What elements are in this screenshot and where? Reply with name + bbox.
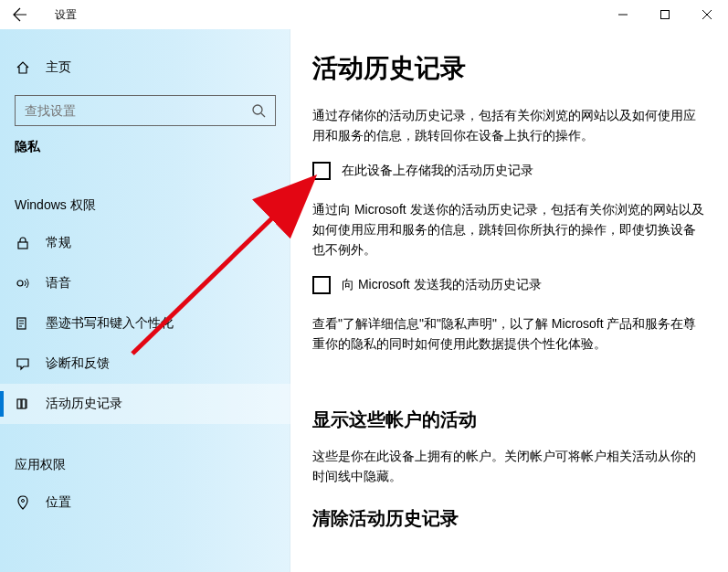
minimize-icon — [618, 10, 628, 19]
svg-point-5 — [17, 281, 23, 286]
search-box[interactable] — [15, 95, 276, 126]
sidebar-item-diagnostics[interactable]: 诊断和反馈 — [0, 344, 290, 384]
checkbox-label: 在此设备上存储我的活动历史记录 — [342, 163, 533, 179]
sidebar-item-inking[interactable]: 墨迹书写和键入个性化 — [0, 303, 290, 344]
close-button[interactable] — [686, 0, 728, 29]
search-container — [15, 95, 276, 126]
activity-icon — [15, 396, 31, 412]
sidebar-item-general[interactable]: 常规 — [0, 223, 290, 263]
subheading-accounts: 显示这些帐户的活动 — [312, 408, 708, 432]
minimize-button[interactable] — [602, 0, 644, 29]
home-icon — [15, 59, 31, 76]
sidebar: 主页 隐私 Windows 权限 常规 语音 墨迹书写 — [0, 29, 290, 572]
svg-rect-10 — [17, 399, 21, 408]
svg-line-3 — [261, 113, 265, 117]
app-title: 设置 — [55, 7, 77, 23]
subheading-clear: 清除活动历史记录 — [312, 506, 708, 531]
checkbox-icon[interactable] — [312, 276, 331, 294]
svg-rect-11 — [22, 399, 26, 408]
nav-label: 墨迹书写和键入个性化 — [46, 315, 174, 332]
section-windows-permissions: Windows 权限 — [0, 190, 290, 223]
checkbox-send-to-microsoft[interactable]: 向 Microsoft 发送我的活动历史记录 — [312, 276, 708, 294]
checkbox-store-on-device[interactable]: 在此设备上存储我的活动历史记录 — [312, 162, 708, 180]
search-icon — [251, 103, 266, 118]
accounts-text: 这些是你在此设备上拥有的帐户。关闭帐户可将帐户相关活动从你的时间线中隐藏。 — [312, 447, 708, 486]
lock-icon — [15, 235, 31, 251]
search-input[interactable] — [25, 103, 251, 118]
main-panel: 活动历史记录 通过存储你的活动历史记录，包括有关你浏览的网站以及如何使用应用和服… — [290, 29, 728, 572]
nav-label: 主页 — [46, 59, 71, 76]
nav-label: 位置 — [46, 494, 71, 511]
svg-rect-1 — [661, 11, 670, 19]
svg-point-2 — [253, 105, 262, 114]
sidebar-category-privacy: 隐私 — [0, 139, 290, 155]
page-title: 活动历史记录 — [312, 51, 708, 86]
maximize-button[interactable] — [644, 0, 686, 29]
speech-icon — [15, 275, 31, 291]
sidebar-item-activity-history[interactable]: 活动历史记录 — [0, 384, 290, 424]
back-button[interactable] — [0, 0, 40, 29]
checkbox-label: 向 Microsoft 发送我的活动历史记录 — [342, 277, 542, 293]
section-app-permissions: 应用权限 — [0, 450, 290, 482]
sidebar-item-location[interactable]: 位置 — [0, 482, 290, 523]
maximize-icon — [660, 10, 670, 19]
svg-rect-4 — [18, 242, 27, 249]
back-arrow-icon — [13, 7, 27, 22]
titlebar: 设置 — [0, 0, 728, 29]
inking-icon — [15, 315, 31, 332]
sidebar-item-speech[interactable]: 语音 — [0, 263, 290, 303]
window-controls — [602, 0, 728, 29]
feedback-icon — [15, 355, 31, 372]
nav-label: 诊断和反馈 — [46, 355, 110, 372]
intro-text-3: 查看"了解详细信息"和"隐私声明"，以了解 Microsoft 产品和服务在尊重… — [312, 314, 708, 354]
intro-text-2: 通过向 Microsoft 发送你的活动历史记录，包括有关你浏览的网站以及如何使… — [312, 200, 708, 260]
svg-point-13 — [22, 500, 25, 503]
location-icon — [15, 494, 31, 511]
content-area: 主页 隐私 Windows 权限 常规 语音 墨迹书写 — [0, 29, 728, 572]
nav-label: 常规 — [46, 235, 71, 251]
sidebar-item-home[interactable]: 主页 — [0, 48, 290, 88]
nav-label: 活动历史记录 — [46, 396, 122, 412]
close-icon — [702, 10, 712, 19]
intro-text-1: 通过存储你的活动历史记录，包括有关你浏览的网站以及如何使用应用和服务的信息，跳转… — [312, 106, 708, 145]
checkbox-icon[interactable] — [312, 162, 331, 180]
nav-label: 语音 — [46, 275, 71, 291]
